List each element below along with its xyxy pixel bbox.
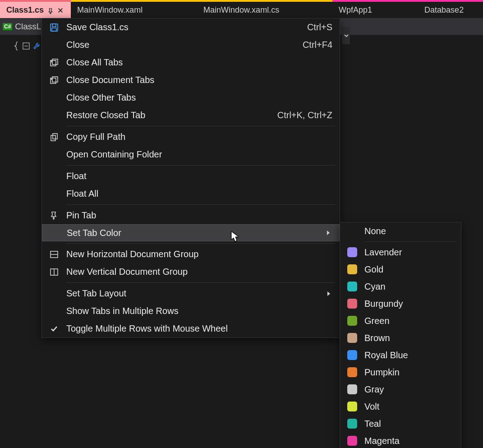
color-pumpkin[interactable]: Pumpkin — [340, 364, 461, 381]
tab-wpfapp1[interactable]: WpfApp1 — [332, 0, 418, 18]
color-lavender[interactable]: Lavender — [340, 244, 461, 261]
color-swatch-icon — [347, 247, 357, 257]
menu-close-other-tabs[interactable]: Close Other Tabs — [42, 89, 340, 106]
tab-class1[interactable]: Class1.cs — [0, 0, 71, 18]
menu-set-tab-color[interactable]: Set Tab Color — [42, 224, 340, 241]
color-swatch-icon — [347, 402, 357, 411]
menu-label: Close — [66, 40, 303, 50]
color-burgundy[interactable]: Burgundy — [340, 295, 461, 312]
menu-save[interactable]: Save Class1.cs Ctrl+S — [42, 18, 340, 36]
menu-show-tabs-multiple-rows[interactable]: Show Tabs in Multiple Rows — [42, 302, 340, 320]
color-magenta[interactable]: Magenta — [340, 432, 461, 448]
tab-label: WpfApp1 — [339, 5, 372, 15]
tab-label: Class1.cs — [6, 5, 44, 15]
menu-open-containing-folder[interactable]: Open Containing Folder — [42, 146, 340, 163]
save-icon — [42, 23, 66, 32]
quick-actions-icon[interactable] — [32, 42, 41, 50]
color-label: Magenta — [364, 436, 455, 446]
menu-label: Copy Full Path — [66, 132, 332, 142]
menu-label: Save Class1.cs — [66, 22, 307, 32]
color-royal-blue[interactable]: Royal Blue — [340, 346, 461, 364]
menu-separator — [42, 163, 340, 167]
menu-separator — [42, 203, 340, 207]
menu-label: Show Tabs in Multiple Rows — [66, 306, 332, 316]
menu-label: Set Tab Color — [67, 228, 325, 238]
tab-label: MainWindow.xaml.cs — [203, 5, 279, 15]
menu-label: New Vertical Document Group — [66, 267, 332, 277]
menu-toggle-rows-mouse-wheel[interactable]: Toggle Multiple Rows with Mouse Wheel — [42, 320, 340, 337]
color-none[interactable]: None — [340, 222, 461, 240]
color-cyan[interactable]: Cyan — [340, 278, 461, 295]
svg-rect-9 — [53, 134, 57, 139]
color-volt[interactable]: Volt — [340, 398, 461, 415]
brace-icon — [14, 42, 20, 51]
menu-set-tab-layout[interactable]: Set Tab Layout — [42, 285, 340, 302]
tab-database2[interactable]: Database2 — [418, 0, 483, 18]
color-label: Green — [364, 316, 455, 326]
menu-copy-full-path[interactable]: Copy Full Path — [42, 128, 340, 146]
menu-separator — [42, 241, 340, 245]
csharp-badge-icon: C# — [3, 23, 12, 30]
color-swatch-icon — [347, 282, 357, 291]
close-icon[interactable] — [57, 6, 64, 14]
menu-label: Open Containing Folder — [66, 149, 332, 160]
menu-separator — [340, 240, 461, 244]
color-swatch-icon — [347, 419, 357, 429]
menu-float-all[interactable]: Float All — [42, 185, 340, 203]
svg-rect-8 — [51, 135, 55, 141]
menu-close-document-tabs[interactable]: Close Document Tabs — [42, 71, 340, 89]
menu-new-vertical-group[interactable]: New Vertical Document Group — [42, 263, 340, 281]
close-all-icon — [42, 58, 66, 68]
submenu-arrow-icon — [325, 230, 332, 236]
menu-separator — [42, 124, 340, 128]
tab-mainwindow-xaml[interactable]: MainWindow.xaml — [71, 0, 197, 18]
menu-shortcut: Ctrl+K, Ctrl+Z — [277, 110, 332, 120]
color-swatch-icon — [347, 316, 357, 326]
color-label: Burgundy — [364, 299, 455, 309]
svg-rect-7 — [52, 77, 58, 82]
navbar-dropdown-icon[interactable] — [342, 27, 350, 44]
tab-label: Database2 — [424, 5, 464, 15]
color-label: Pumpkin — [364, 367, 455, 378]
editor-tab-strip: Class1.cs MainWindow.xaml MainWindow.xam… — [0, 0, 483, 18]
tab-label: MainWindow.xaml — [77, 5, 143, 15]
menu-close[interactable]: Close Ctrl+F4 — [42, 36, 340, 54]
svg-rect-5 — [52, 59, 58, 65]
color-label: Gold — [364, 264, 455, 275]
color-gray[interactable]: Gray — [340, 381, 461, 398]
menu-float[interactable]: Float — [42, 167, 340, 185]
color-brown[interactable]: Brown — [340, 329, 461, 346]
color-green[interactable]: Green — [340, 312, 461, 329]
svg-rect-3 — [52, 28, 56, 31]
menu-label: Close All Tabs — [66, 57, 332, 68]
menu-label: Close Other Tabs — [66, 92, 332, 103]
color-gold[interactable]: Gold — [340, 261, 461, 278]
color-label: Brown — [364, 333, 455, 343]
color-teal[interactable]: Teal — [340, 415, 461, 432]
pin-icon[interactable] — [47, 7, 54, 13]
menu-label: Pin Tab — [66, 210, 332, 221]
menu-label: Float — [66, 171, 332, 181]
code-gutter-outline — [14, 42, 41, 51]
svg-rect-2 — [52, 24, 56, 27]
menu-new-horizontal-group[interactable]: New Horizontal Document Group — [42, 245, 340, 263]
color-label: Royal Blue — [364, 350, 455, 360]
tab-context-menu: Save Class1.cs Ctrl+S Close Ctrl+F4 Clos… — [41, 18, 340, 338]
collapse-icon[interactable] — [23, 42, 30, 50]
menu-separator — [42, 281, 340, 285]
tab-mainwindow-xaml-cs[interactable]: MainWindow.xaml.cs — [197, 0, 332, 18]
copy-icon — [42, 132, 66, 142]
menu-label: Restore Closed Tab — [66, 110, 277, 120]
menu-shortcut: Ctrl+F4 — [303, 40, 332, 50]
menu-close-all-tabs[interactable]: Close All Tabs — [42, 54, 340, 71]
project-breadcrumb[interactable]: ClassL — [15, 22, 41, 32]
color-swatch-icon — [347, 384, 357, 394]
menu-label: Set Tab Layout — [66, 288, 325, 299]
menu-label: Float All — [66, 189, 332, 199]
color-label: Teal — [364, 419, 455, 429]
color-swatch-icon — [347, 264, 357, 274]
menu-pin-tab[interactable]: Pin Tab — [42, 207, 340, 224]
submenu-arrow-icon — [325, 291, 332, 296]
menu-restore-closed-tab[interactable]: Restore Closed Tab Ctrl+K, Ctrl+Z — [42, 106, 340, 124]
color-label: Cyan — [364, 282, 455, 292]
